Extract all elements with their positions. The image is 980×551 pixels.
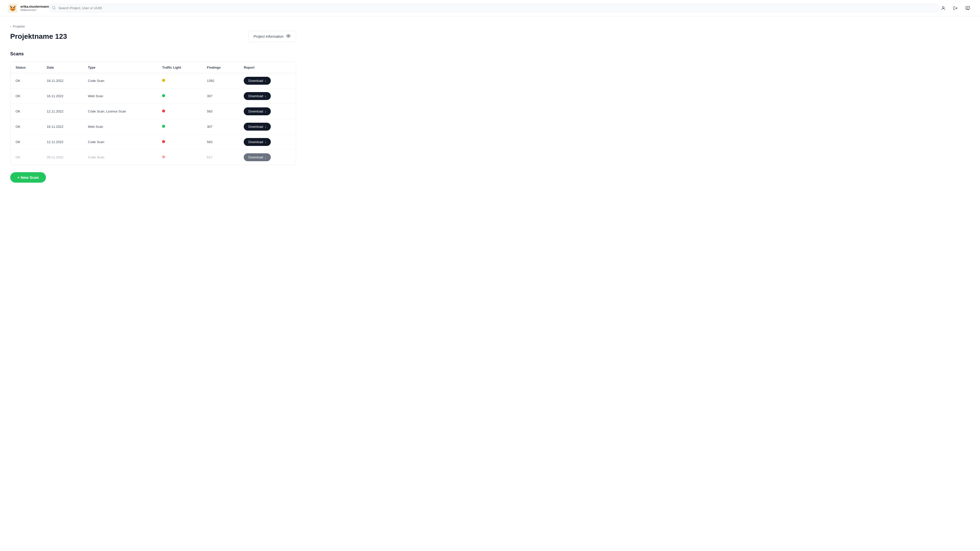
download-label: Download [248,94,263,98]
cell-findings: 583 [202,104,239,119]
table-header-row: Status Date Type Traffic Light Findings … [11,62,296,73]
new-scan-label: + New Scan [18,175,39,179]
cell-status: OK [11,104,41,119]
scans-table-wrapper: Status Date Type Traffic Light Findings … [10,62,296,165]
cell-report: Download ↓ [239,73,296,89]
new-scan-button[interactable]: + New Scan [10,172,46,183]
chat-button[interactable] [964,4,972,12]
traffic-light-dot [162,140,165,143]
cell-findings: 307 [202,89,239,104]
table-row[interactable]: OK 18.11.2022 Code Scan 1392 Download ↓ [11,73,296,89]
cell-date: 18.11.2022 [41,73,83,89]
cell-report: Download ↓ [239,135,296,150]
page-title-row: Projektname 123 Project Information [10,31,296,42]
search-icon [52,6,56,10]
download-button[interactable]: Download ↓ [244,138,271,146]
svg-point-11 [942,6,944,8]
cell-report: Download ↓ [239,150,296,165]
user-name: erika.mustermann [21,5,49,8]
download-arrow-icon: ↓ [265,140,266,144]
download-button[interactable]: Download ↓ [244,92,271,100]
cell-status: OK [11,150,41,165]
cell-type: Code Scan [83,73,157,89]
cell-findings: 583 [202,135,239,150]
table-row[interactable]: OK 12.11.2022 Code Scan 583 Download ↓ [11,135,296,150]
col-header-traffic-light: Traffic Light [157,62,202,73]
download-arrow-icon: ↓ [265,94,266,98]
breadcrumb-arrow-icon: ‹ [10,25,11,28]
cell-traffic-light [157,89,202,104]
cell-date: 16.11.2022 [41,119,83,135]
download-button[interactable]: Download ↓ [244,153,271,161]
traffic-light-dot [162,94,165,97]
cell-date: 16.11.2022 [41,89,83,104]
download-button[interactable]: Download ↓ [244,107,271,115]
cell-date: 12.11.2022 [41,104,83,119]
cell-traffic-light [157,104,202,119]
page-title: Projektname 123 [10,32,67,41]
cell-traffic-light [157,135,202,150]
cell-status: OK [11,119,41,135]
download-label: Download [248,156,263,159]
col-header-report: Report [239,62,296,73]
cell-type: Code Scan [83,150,157,165]
download-button[interactable]: Download ↓ [244,77,271,85]
cell-report: Download ↓ [239,119,296,135]
cell-type: Web Scan [83,89,157,104]
download-label: Download [248,125,263,129]
cell-type: Web Scan [83,119,157,135]
cell-findings: 617 [202,150,239,165]
cell-type: Code Scan, Licence Scan [83,104,157,119]
download-arrow-icon: ↓ [265,110,266,113]
svg-line-10 [55,8,56,9]
user-welcome: Willkommen! [21,8,49,11]
download-button[interactable]: Download ↓ [244,123,271,130]
app-header: erika.mustermann Willkommen! [0,0,980,16]
download-label: Download [248,140,263,144]
cell-date: 09.11.2022 [41,150,83,165]
breadcrumb-label: Projekte [13,24,25,28]
cell-traffic-light [157,150,202,165]
user-profile-button[interactable] [939,4,947,12]
project-information-button[interactable]: Project Information [248,31,296,42]
cell-report: Download ↓ [239,89,296,104]
search-wrapper [49,4,939,12]
traffic-light-dot [162,125,165,128]
download-label: Download [248,79,263,83]
download-arrow-icon: ↓ [265,125,266,129]
download-arrow-icon: ↓ [265,156,266,159]
traffic-light-dot [162,110,165,113]
table-row[interactable]: OK 12.11.2022 Code Scan, Licence Scan 58… [11,104,296,119]
header-center [49,4,939,12]
cell-status: OK [11,135,41,150]
table-row[interactable]: OK 16.11.2022 Web Scan 307 Download ↓ [11,89,296,104]
header-left: erika.mustermann Willkommen! [8,3,49,13]
cell-date: 12.11.2022 [41,135,83,150]
scans-table: Status Date Type Traffic Light Findings … [11,62,296,165]
cell-type: Code Scan [83,135,157,150]
cell-traffic-light [157,119,202,135]
cell-status: OK [11,89,41,104]
user-info: erika.mustermann Willkommen! [21,5,49,11]
cell-status: OK [11,73,41,89]
traffic-light-dot [162,79,165,82]
header-right [939,4,972,12]
download-arrow-icon: ↓ [265,79,266,83]
traffic-light-dot [162,156,165,159]
logout-button[interactable] [951,4,959,12]
search-input[interactable] [49,4,939,12]
download-label: Download [248,110,263,113]
breadcrumb[interactable]: ‹ Projekte [10,24,296,28]
project-info-label: Project Information [254,35,284,38]
main-content: ‹ Projekte Projektname 123 Project Infor… [0,16,306,191]
logo-icon [8,3,18,13]
table-row[interactable]: OK 16.11.2022 Web Scan 307 Download ↓ [11,119,296,135]
cell-findings: 1392 [202,73,239,89]
cell-traffic-light [157,73,202,89]
svg-rect-13 [966,6,970,9]
col-header-findings: Findings [202,62,239,73]
cell-findings: 307 [202,119,239,135]
table-row[interactable]: OK 09.11.2022 Code Scan 617 Download ↓ [11,150,296,165]
svg-point-16 [288,35,289,37]
cell-report: Download ↓ [239,104,296,119]
